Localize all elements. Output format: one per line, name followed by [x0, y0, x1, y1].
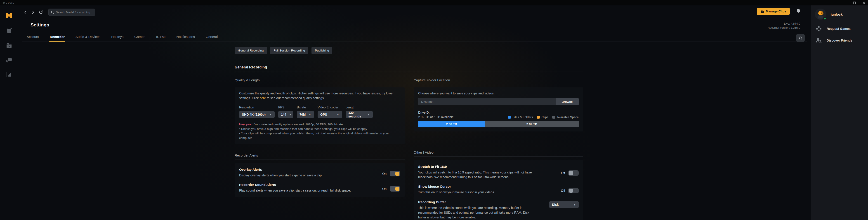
bitrate-select[interactable]: 70M▼	[297, 111, 314, 118]
drive-legend: Files & Folders Clips Available Space	[508, 116, 579, 119]
manage-clips-button[interactable]: Manage Clips	[757, 8, 790, 15]
sound-alerts-state: On	[382, 187, 386, 191]
tab-account[interactable]: Account	[26, 33, 39, 41]
live-version: Live: 4.874.0	[768, 22, 800, 26]
clips-icon[interactable]	[6, 42, 12, 49]
tab-hotkeys[interactable]: Hotkeys	[111, 33, 124, 41]
chevron-down-icon: ▼	[573, 203, 576, 206]
tab-general[interactable]: General	[205, 33, 218, 41]
tab-notifications[interactable]: Notifications	[176, 33, 195, 41]
right-column: Capture Folder Location Choose where you…	[414, 78, 583, 220]
mouse-cursor-description: Turn this on to show your mouse cursor i…	[418, 190, 495, 195]
sound-alerts-description: Play sound alerts when you save a clip, …	[239, 188, 351, 193]
fps-label: FPS	[278, 105, 293, 109]
toggle-knob	[569, 189, 573, 193]
medal-logo[interactable]	[6, 13, 12, 20]
tab-recorder[interactable]: Recorder	[49, 33, 65, 41]
resolution-select[interactable]: UHD 4K (2160p)▼	[239, 111, 275, 118]
main-area: Manage Clips Live: 4.874.0 Recorder vers…	[18, 5, 811, 220]
resolution-label: Resolution	[239, 105, 275, 109]
subtab-publishing[interactable]: Publishing	[311, 47, 332, 54]
mouse-cursor-toggle[interactable]	[568, 188, 579, 193]
quality-length-heading: Quality & Length	[235, 78, 405, 84]
search-icon	[799, 36, 802, 40]
global-search[interactable]	[49, 8, 95, 16]
stretch-state: Off	[561, 171, 565, 175]
drive-available-text: 2.92 TB of 5 TB available	[418, 115, 454, 119]
tab-audio-devices[interactable]: Audio & Devices	[75, 33, 101, 41]
stretch-text: Stretch to Fit 16:9 Your clips will stre…	[418, 165, 538, 180]
sound-alerts-text: Recorder Sound Alerts Play sound alerts …	[239, 183, 351, 193]
video-encoder-select[interactable]: GPU▼	[318, 111, 342, 118]
tab-games[interactable]: Games	[134, 33, 146, 41]
mouse-cursor-control: Off	[561, 186, 579, 195]
length-select[interactable]: 120 seconds▼	[346, 111, 373, 118]
stats-icon[interactable]	[6, 72, 12, 78]
back-button[interactable]	[22, 9, 29, 15]
browse-button[interactable]: Browse	[556, 98, 579, 105]
mouse-cursor-row: Show Mouse Cursor Turn this on to show y…	[418, 185, 579, 195]
notifications-button[interactable]	[796, 8, 801, 14]
subtab-full-session-recording[interactable]: Full Session Recording	[270, 47, 308, 54]
capture-path-input[interactable]	[418, 98, 556, 105]
bitrate-label: Bitrate	[297, 105, 314, 109]
request-games-item[interactable]: Request Games	[815, 26, 868, 32]
recording-buffer-row: Recording Buffer This is where the video…	[418, 200, 579, 220]
recording-buffer-text: Recording Buffer This is where the video…	[418, 200, 538, 220]
discover-friends-item[interactable]: Discover Friends	[815, 37, 868, 43]
stretch-control: Off	[561, 166, 579, 180]
video-encoder-group: Video Encoder GPU▼	[318, 105, 342, 118]
window-title: MEDAL	[3, 2, 15, 4]
forward-button[interactable]	[30, 9, 36, 15]
discover-friends-icon	[816, 37, 822, 43]
minimize-button[interactable]	[843, 1, 847, 4]
mascot-icon[interactable]	[6, 28, 12, 34]
quality-dropdowns: Resolution UHD 4K (2160p)▼ FPS 144▼ Bitr…	[239, 105, 400, 118]
settings-search-button[interactable]	[796, 34, 805, 42]
minimize-icon	[844, 3, 846, 3]
recording-buffer-title: Recording Buffer	[418, 200, 538, 204]
sound-alerts-row: Recorder Sound Alerts Play sound alerts …	[239, 183, 400, 193]
window-titlebar: MEDAL	[0, 0, 868, 5]
warning-lead: Hey, psst!	[239, 123, 254, 126]
overlay-alerts-description: Display overlay alerts when you start a …	[239, 173, 322, 178]
toggle-knob	[395, 187, 399, 191]
version-info: Live: 4.874.0 Recorder version: 3.355.0	[768, 22, 800, 30]
tab-icymi[interactable]: ICYMI	[156, 33, 166, 41]
refresh-button[interactable]	[37, 9, 44, 15]
maximize-button[interactable]	[852, 1, 857, 4]
overlay-alerts-title: Overlay Alerts	[239, 167, 322, 171]
available-space-swatch	[552, 116, 555, 119]
toggle-knob	[395, 172, 399, 176]
stretch-toggle[interactable]	[568, 170, 579, 176]
close-button[interactable]	[862, 1, 866, 4]
stretch-row: Stretch to Fit 16:9 Your clips will stre…	[418, 165, 579, 180]
here-link[interactable]: here	[259, 96, 266, 100]
length-label: Length	[346, 105, 373, 109]
other-video-panel: Stretch to Fit 16:9 Your clips will stre…	[414, 160, 583, 220]
maximize-icon	[853, 2, 856, 4]
legend-available-space: Available Space	[552, 116, 579, 119]
recording-buffer-select[interactable]: Disk▼	[549, 201, 579, 208]
resolution-group: Resolution UHD 4K (2160p)▼	[239, 105, 275, 118]
overlay-alerts-toggle[interactable]	[390, 171, 400, 177]
warning-bullet-2: Your clips will be compressed when you p…	[239, 131, 400, 140]
user-profile[interactable]: iunlock	[815, 8, 868, 20]
capture-path-row: Browse	[418, 98, 579, 105]
mouse-cursor-text: Show Mouse Cursor Turn this on to show y…	[418, 185, 495, 195]
chevron-down-icon: ▼	[337, 113, 339, 116]
online-status-dot	[823, 17, 827, 20]
legend-clips: Clips	[537, 116, 548, 119]
subtab-general-recording[interactable]: General Recording	[235, 47, 267, 54]
left-column: Quality & Length Customize the quality a…	[235, 78, 405, 220]
mouse-cursor-title: Show Mouse Cursor	[418, 185, 495, 188]
refresh-icon	[39, 10, 43, 14]
sound-alerts-toggle[interactable]	[390, 186, 400, 192]
high-end-machine-link[interactable]: high end machine	[267, 127, 291, 131]
search-input[interactable]	[56, 11, 92, 14]
fps-select[interactable]: 144▼	[278, 111, 293, 118]
forward-arrow-icon	[32, 10, 34, 14]
page-title: Settings	[31, 22, 49, 28]
overlay-alerts-state: On	[382, 172, 386, 176]
chat-icon[interactable]	[6, 57, 12, 63]
